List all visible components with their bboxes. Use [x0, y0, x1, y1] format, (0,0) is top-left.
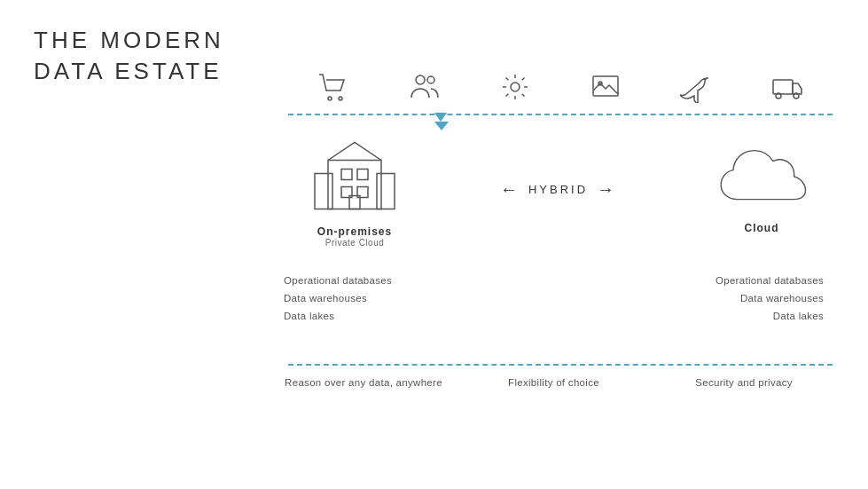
- right-item-2: Data lakes: [646, 311, 824, 321]
- svg-point-0: [328, 97, 332, 100]
- svg-rect-7: [773, 80, 793, 94]
- on-premises-label: On-premises: [317, 225, 392, 238]
- right-item-1: Data warehouses: [646, 293, 824, 304]
- cloud-svg: [713, 146, 810, 217]
- settings-icon: [499, 71, 531, 103]
- svg-point-3: [427, 76, 434, 83]
- bottom-row: Reason over any data, anywhere Flexibili…: [275, 377, 833, 388]
- right-arrow-icon: →: [597, 179, 616, 200]
- building-svg: [310, 131, 399, 220]
- cloud-section: Cloud: [691, 146, 833, 234]
- svg-rect-13: [341, 170, 352, 180]
- left-data-list: Operational databases Data warehouses Da…: [284, 275, 461, 328]
- middle-section: On-premises Private Cloud ← HYBRID → Clo…: [284, 131, 833, 248]
- svg-point-2: [416, 75, 425, 84]
- on-premises-sublabel: Private Cloud: [325, 238, 385, 248]
- icons-row: [288, 71, 833, 103]
- svg-rect-14: [357, 170, 368, 180]
- image-icon: [590, 71, 622, 103]
- people-icon: [408, 71, 440, 103]
- bottom-item-2: Security and privacy: [655, 377, 833, 388]
- left-arrow-icon: ←: [500, 179, 520, 200]
- bottom-item-0: Reason over any data, anywhere: [275, 377, 452, 388]
- right-item-0: Operational databases: [646, 275, 824, 286]
- left-item-0: Operational databases: [284, 275, 461, 286]
- bird-icon: [680, 71, 712, 103]
- top-dashed-line: [288, 114, 833, 115]
- hybrid-text: HYBRID: [528, 183, 588, 196]
- data-lists: Operational databases Data warehouses Da…: [275, 275, 833, 328]
- svg-rect-12: [377, 174, 395, 209]
- right-data-list: Operational databases Data warehouses Da…: [646, 275, 824, 328]
- bottom-item-1: Flexibility of choice: [465, 377, 643, 388]
- hybrid-label: ← HYBRID →: [500, 179, 616, 200]
- left-item-1: Data warehouses: [284, 293, 461, 304]
- svg-rect-11: [315, 174, 332, 209]
- svg-point-4: [511, 83, 520, 91]
- svg-point-1: [339, 97, 342, 100]
- page: THE MODERN DATA ESTATE: [0, 0, 868, 489]
- svg-rect-10: [328, 161, 381, 209]
- truck-icon: [771, 71, 803, 103]
- cart-icon: [317, 71, 349, 103]
- page-title: THE MODERN DATA ESTATE: [34, 25, 224, 87]
- cloud-label: Cloud: [745, 222, 779, 234]
- left-item-2: Data lakes: [284, 311, 461, 321]
- on-premises-section: On-premises Private Cloud: [284, 131, 426, 248]
- bottom-dashed-line: [288, 364, 833, 366]
